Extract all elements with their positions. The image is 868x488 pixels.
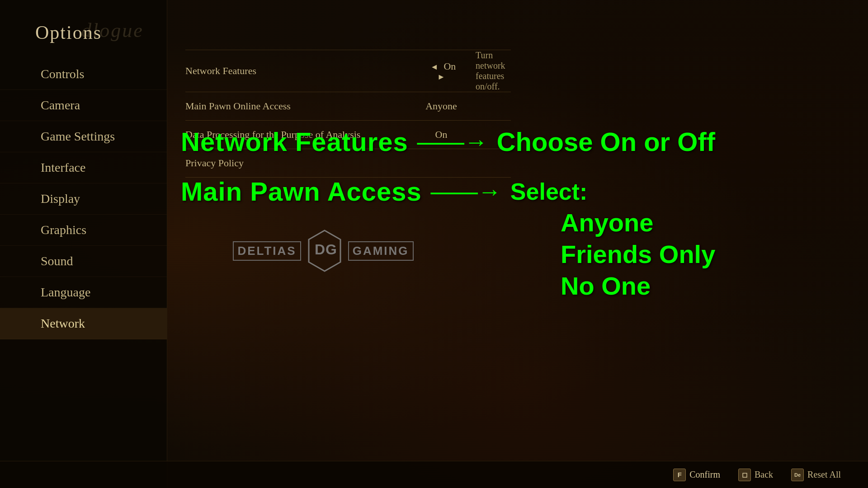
settings-table: Network Features ◄ On ► Turn network fea… bbox=[185, 50, 511, 178]
sidebar-item-network[interactable]: Network bbox=[0, 308, 167, 339]
annotation-select-options: Anyone Friends Only No One bbox=[561, 208, 715, 300]
back-button[interactable]: ◻ Back bbox=[738, 469, 773, 481]
back-key: ◻ bbox=[738, 469, 751, 481]
logo-left-text: DELTIAS bbox=[233, 241, 301, 261]
sidebar-item-controls[interactable]: Controls bbox=[0, 59, 167, 90]
confirm-button[interactable]: F Confirm bbox=[673, 469, 720, 481]
bottom-bar: F Confirm ◻ Back De Reset All bbox=[0, 461, 868, 488]
setting-value-pawn-access: Anyone bbox=[425, 100, 457, 112]
arrow-right-network-features[interactable]: ► bbox=[434, 72, 449, 81]
setting-name-network-features: Network Features bbox=[185, 50, 420, 92]
back-label: Back bbox=[755, 469, 773, 480]
logo-icon: D G bbox=[307, 228, 343, 273]
setting-desc-network-features: Turn network features on/off. bbox=[462, 50, 511, 92]
logo-right-text: GAMING bbox=[348, 241, 414, 261]
deltias-gaming-logo: DELTIAS D G GAMING bbox=[233, 221, 414, 280]
sidebar-item-camera[interactable]: Camera bbox=[0, 90, 167, 121]
nav-list: Controls Camera Game Settings Interface … bbox=[0, 59, 167, 339]
sidebar-item-language[interactable]: Language bbox=[0, 277, 167, 308]
arrow-left-network-features[interactable]: ◄ bbox=[427, 62, 442, 71]
sidebar: Options dlogue Controls Camera Game Sett… bbox=[0, 0, 167, 488]
reset-all-button[interactable]: De Reset All bbox=[791, 469, 841, 481]
setting-name-pawn-access: Main Pawn Online Access bbox=[185, 92, 420, 121]
anno-nf-result: Choose On or Off bbox=[497, 127, 715, 157]
sidebar-item-interface[interactable]: Interface bbox=[0, 152, 167, 183]
anno-option-anyone: Anyone bbox=[561, 208, 715, 237]
anno-pa-label: Main Pawn Access bbox=[181, 176, 422, 206]
annotation-network-features: Network Features ——→ Choose On or Off bbox=[181, 127, 715, 157]
annotation-pawn-access: Main Pawn Access ——→ Select: bbox=[181, 176, 587, 206]
table-row: Main Pawn Online Access Anyone bbox=[185, 92, 511, 121]
main-content: Network Features ◄ On ► Turn network fea… bbox=[167, 0, 868, 488]
setting-control-network-features[interactable]: ◄ On ► bbox=[420, 50, 462, 92]
svg-text:D: D bbox=[315, 241, 325, 258]
sidebar-item-game-settings[interactable]: Game Settings bbox=[0, 121, 167, 152]
table-row: Network Features ◄ On ► Turn network fea… bbox=[185, 50, 511, 92]
setting-control-pawn-access: Anyone bbox=[420, 92, 462, 121]
anno-option-friends: Friends Only bbox=[561, 239, 715, 269]
anno-nf-arrow: ——→ bbox=[417, 128, 488, 155]
anno-pa-select: Select: bbox=[510, 178, 588, 205]
anno-pa-arrow: ——→ bbox=[431, 178, 501, 205]
page-title: Options bbox=[35, 22, 102, 43]
anno-nf-label: Network Features bbox=[181, 127, 408, 157]
setting-value-network-features: On bbox=[443, 61, 456, 72]
confirm-key: F bbox=[673, 469, 686, 481]
sidebar-item-graphics[interactable]: Graphics bbox=[0, 215, 167, 246]
reset-label: Reset All bbox=[807, 469, 841, 480]
anno-option-noone: No One bbox=[561, 271, 715, 300]
sidebar-item-sound[interactable]: Sound bbox=[0, 246, 167, 277]
reset-key: De bbox=[791, 469, 804, 481]
svg-text:G: G bbox=[326, 241, 337, 258]
setting-desc-pawn-access bbox=[462, 92, 511, 121]
confirm-label: Confirm bbox=[689, 469, 720, 480]
sidebar-item-display[interactable]: Display bbox=[0, 183, 167, 215]
